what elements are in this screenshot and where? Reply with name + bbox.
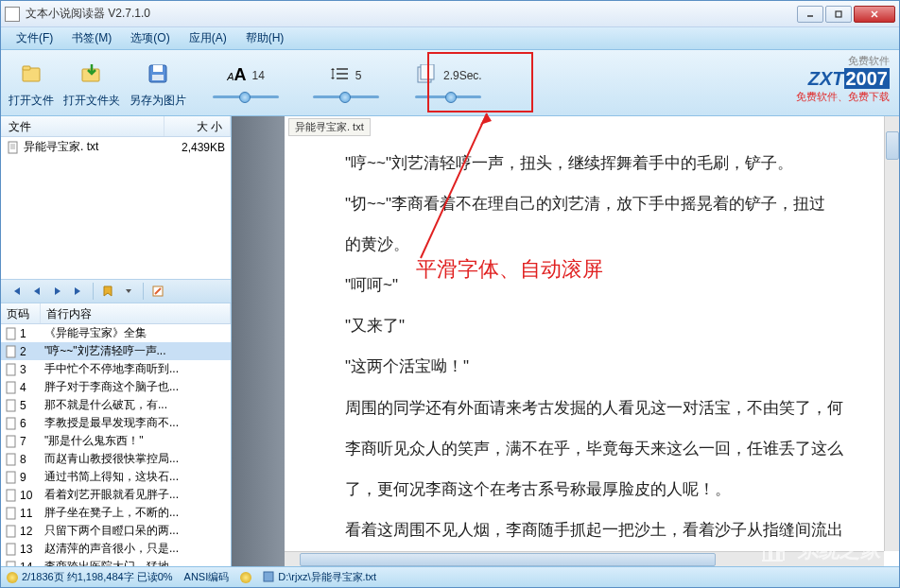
page-row[interactable]: 2"哼~~"刘艺清轻哼一声... [1,342,231,360]
disk-icon [263,571,274,584]
reader-paragraph: "又来了" [313,307,880,344]
font-size-icon: AA [227,65,246,85]
nav-edit-button[interactable] [148,282,167,301]
menu-options[interactable]: 选项(O) [121,28,179,48]
reader-paragraph: "这两个活宝呦！" [313,348,880,385]
brand-top: 免费软件 [796,54,890,68]
reader-gutter [232,116,285,566]
svg-rect-8 [153,65,163,72]
reader-paragraph: "哼~~"刘艺清轻哼一声，扭头，继续挥舞着手中的毛刷，铲子。 [313,145,880,182]
reader-paragraph: "呵呵~" [313,267,880,303]
app-icon [5,7,20,22]
col-file[interactable]: 文件 [1,116,164,136]
page-row[interactable]: 6李教授是最早发现李商不... [1,414,231,432]
nav-next-button[interactable] [48,282,67,301]
svg-rect-1 [836,11,841,17]
svg-rect-25 [7,400,15,411]
font-size-value: 14 [251,69,264,82]
status-path: D:\rjxz\异能寻宝家.txt [278,570,376,584]
open-file-label: 打开文件 [9,93,54,109]
bulb-icon [7,572,18,583]
page-row[interactable]: 3手中忙个不停地李商听到... [1,360,231,378]
left-panel: 文件 大 小 异能寻宝家. txt2,439KB 页码 首行内容 1《异能寻宝家… [1,116,232,566]
col-page[interactable]: 页码 [1,303,41,323]
page-row[interactable]: 8而赵青山教授很快掌控局... [1,450,231,468]
watermark: ·系统之家 [758,536,881,564]
file-list[interactable]: 异能寻宝家. txt2,439KB [1,137,231,279]
svg-rect-32 [7,526,15,537]
svg-rect-36 [264,572,273,581]
page-row[interactable]: 9通过书简上得知，这块石... [1,468,231,486]
svg-rect-15 [421,64,434,79]
svg-rect-30 [7,490,15,501]
line-spacing-slider[interactable] [313,90,379,105]
svg-rect-24 [7,382,15,393]
svg-rect-5 [23,66,30,70]
open-folder-button[interactable] [75,57,109,91]
menu-bookmark[interactable]: 书签(M) [62,28,121,48]
svg-rect-23 [7,364,15,375]
status-page-info: 2/1836页 约1,198,484字 已读0% [22,570,173,584]
col-size[interactable]: 大 小 [164,116,231,136]
page-row[interactable]: 14李商跨出医院大门，猛地... [1,558,231,566]
svg-rect-33 [7,544,15,555]
nav-first-button[interactable] [7,282,26,301]
reader-paragraph: 了，更何况李商这个在考古系号称最厚脸皮的人呢！。 [313,471,880,508]
menu-file[interactable]: 文件(F) [7,28,62,48]
brand-area: 免费软件 ZXT2007 免费软件、免费下载 [796,54,890,104]
page-list-header: 页码 首行内容 [1,303,231,324]
toolbar: 打开文件 打开文件夹 另存为图片 AA 14 [1,50,899,116]
svg-rect-29 [7,472,15,483]
reader-paragraph: 李商听见众人的笑声，满不在乎，毕竟每天来这么一回，任谁丢了这么 [313,430,880,467]
open-file-button[interactable] [14,57,48,91]
menu-apps[interactable]: 应用(A) [180,28,236,48]
reader-tab-title: 异能寻宝家. txt [288,118,371,136]
nav-last-button[interactable] [69,282,88,301]
svg-rect-26 [7,418,15,429]
file-row[interactable]: 异能寻宝家. txt2,439KB [1,137,231,157]
window-title: 文本小说阅读器 V2.7.1.0 [26,6,797,22]
line-spacing-icon [331,66,350,85]
minimize-button[interactable] [797,6,823,23]
reader-page[interactable]: 异能寻宝家. txt "哼~~"刘艺清轻哼一声，扭头，继续挥舞着手中的毛刷，铲子… [285,116,899,566]
autoscroll-icon [415,64,438,87]
page-row[interactable]: 4胖子对于李商这个脑子也... [1,378,231,396]
status-encoding: ANSI编码 [184,570,230,584]
save-image-label: 另存为图片 [130,93,186,109]
reader-paragraph: 周围的同学还有外面请来考古发掘的人看见这一对活宝，不由笑了，何 [313,389,880,426]
page-row[interactable]: 1《异能寻宝家》全集 [1,324,231,342]
bulb-icon [240,572,251,583]
maximize-button[interactable] [825,6,852,23]
nav-bookmark-button[interactable] [98,282,117,301]
svg-rect-9 [152,75,164,80]
svg-rect-22 [7,346,15,357]
page-row[interactable]: 10看着刘艺开眼就看见胖子... [1,486,231,504]
page-row[interactable]: 11胖子坐在凳子上，不断的... [1,504,231,522]
svg-rect-16 [9,142,17,153]
font-size-slider[interactable] [213,90,279,105]
page-row[interactable]: 13赵清萍的声音很小，只是... [1,540,231,558]
reader-paragraph: "切~~"李商看着不在理自己的刘艺清，放下手中摇晃着的铲子，扭过 [313,185,880,222]
close-button[interactable] [854,6,895,23]
line-spacing-value: 5 [355,69,362,82]
open-folder-label: 打开文件夹 [63,93,120,109]
autoscroll-slider[interactable] [415,90,481,105]
save-image-button[interactable] [141,57,175,91]
page-row[interactable]: 5那不就是什么破瓦，有... [1,396,231,414]
nav-prev-button[interactable] [27,282,46,301]
svg-rect-27 [7,436,15,447]
reader-area: 异能寻宝家. txt "哼~~"刘艺清轻哼一声，扭头，继续挥舞着手中的毛刷，铲子… [232,116,899,566]
brand-slogan: 免费软件、免费下载 [796,90,890,104]
svg-rect-31 [7,508,15,519]
page-row[interactable]: 12只留下两个目瞪口呆的两... [1,522,231,540]
menu-help[interactable]: 帮助(H) [236,28,294,48]
nav-dropdown-button[interactable] [119,282,138,301]
reader-scrollbar-vertical[interactable] [884,116,899,551]
page-row[interactable]: 7"那是什么鬼东西！" [1,432,231,450]
svg-rect-28 [7,454,15,465]
page-list[interactable]: 1《异能寻宝家》全集2"哼~~"刘艺清轻哼一声...3手中忙个不停地李商听到..… [1,324,231,566]
statusbar: 2/1836页 约1,198,484字 已读0% ANSI编码 D:\rjxz\… [1,566,899,587]
autoscroll-value: 2.9Sec. [443,69,482,82]
file-list-header: 文件 大 小 [1,116,231,137]
col-firstline[interactable]: 首行内容 [41,303,231,323]
